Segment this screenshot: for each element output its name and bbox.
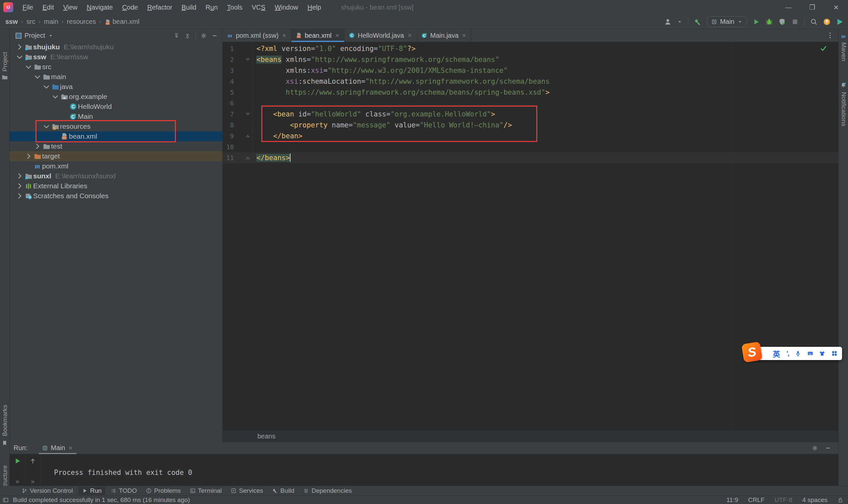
tree-item-java[interactable]: java (10, 82, 222, 92)
notifications-bell-icon[interactable] (841, 82, 846, 88)
menu-vcs[interactable]: VCS (247, 0, 270, 15)
minimize-button[interactable]: — (776, 0, 800, 15)
tool-button-problems[interactable]: Problems (142, 487, 184, 495)
tool-window-switcher-icon[interactable] (3, 497, 8, 503)
breadcrumb-item-ssw[interactable]: ssw (5, 18, 18, 25)
tree-item-sunxl[interactable]: sunxlE:\learn\sunxl\sunxl (10, 171, 222, 181)
editor-breadcrumb[interactable]: beans (223, 430, 838, 442)
tool-tab-maven[interactable]: Maven (839, 42, 848, 75)
keyboard-icon[interactable] (807, 350, 813, 356)
chevron-right-icon[interactable] (15, 182, 24, 190)
menu-help[interactable]: Help (303, 0, 326, 15)
tool-button-services[interactable]: Services (227, 487, 267, 495)
close-icon[interactable] (68, 446, 73, 451)
tool-button-run[interactable]: Run (79, 487, 105, 495)
tool-button-todo[interactable]: TODO (107, 487, 141, 495)
tree-item-test[interactable]: test (10, 141, 222, 151)
fold-down-icon[interactable] (234, 109, 253, 120)
fold-down-icon[interactable] (234, 54, 253, 65)
search-everywhere-icon[interactable] (810, 18, 817, 25)
tool-button-build[interactable]: Build (269, 487, 298, 495)
menu-view[interactable]: View (59, 0, 82, 15)
more-actions[interactable]: » (31, 478, 34, 485)
fold-up-icon[interactable] (234, 152, 253, 163)
line-separator[interactable]: CRLF (748, 497, 765, 504)
tool-button-dependencies[interactable]: Dependencies (300, 487, 355, 495)
tab-main-java[interactable]: CMain.java (417, 29, 472, 42)
breadcrumb-item-resources[interactable]: resources (67, 18, 96, 25)
project-view-select[interactable]: Project (16, 32, 53, 39)
close-icon[interactable] (334, 33, 340, 38)
breadcrumb-item-src[interactable]: src (27, 18, 35, 25)
tree-item-ssw[interactable]: sswE:\learn\ssw (10, 52, 222, 62)
run-button[interactable] (752, 18, 760, 25)
chevron-down-icon[interactable] (51, 92, 59, 101)
tool-button-terminal[interactable]: Terminal (187, 487, 226, 495)
tree-item-helloworld[interactable]: CHelloWorld (10, 102, 222, 111)
menu-window[interactable]: Window (270, 0, 303, 15)
tree-item-target[interactable]: target (10, 151, 222, 161)
breadcrumb-item-bean.xml[interactable]: <>bean.xml (105, 18, 139, 25)
close-button[interactable]: × (824, 0, 848, 15)
file-encoding[interactable]: UTF-8 (775, 497, 792, 504)
scroll-up-icon[interactable] (29, 457, 36, 465)
lock-icon[interactable] (837, 497, 843, 503)
profile-icon[interactable] (664, 18, 672, 25)
tree-item-scratches-and-consoles[interactable]: Scratches and Consoles (10, 191, 222, 201)
close-icon[interactable] (462, 33, 467, 38)
hide-panel-icon[interactable] (212, 33, 218, 39)
tool-button-version-control[interactable]: Version Control (18, 487, 76, 495)
collapse-all-icon[interactable] (185, 33, 190, 39)
menu-refactor[interactable]: Refactor (142, 0, 177, 15)
editor-options-icon[interactable] (827, 29, 838, 42)
fold-up-icon[interactable] (234, 130, 253, 141)
bookmark-icon[interactable] (2, 440, 7, 446)
chevron-down-icon[interactable] (42, 83, 51, 91)
tool-tab-bookmarks[interactable]: Bookmarks (0, 395, 10, 436)
tree-item-pom-xml[interactable]: mpom.xml (10, 161, 222, 171)
indent-size[interactable]: 4 spaces (802, 497, 828, 504)
skin-icon[interactable] (819, 350, 825, 356)
sogou-logo[interactable]: S (741, 342, 763, 363)
chevron-right-icon[interactable] (15, 172, 24, 180)
run-coverage-button[interactable] (778, 18, 786, 25)
profile-caret-icon[interactable] (677, 19, 682, 24)
chevron-down-icon[interactable] (42, 122, 51, 131)
project-tab-icon[interactable] (2, 74, 7, 80)
tree-item-external-libraries[interactable]: External Libraries (10, 181, 222, 191)
tab-helloworld-java[interactable]: CHelloWorld.java (345, 29, 417, 42)
chevron-down-icon[interactable] (24, 62, 33, 71)
debug-button[interactable] (765, 18, 773, 25)
breadcrumb-item-main[interactable]: main (44, 18, 58, 25)
code-editor[interactable]: 1<?xml version="1.0" encoding="UTF-8"?>2… (223, 42, 838, 430)
gear-icon[interactable] (812, 445, 818, 451)
tree-item-shujuku[interactable]: shujukuE:\learn\shujuku (10, 42, 222, 52)
menu-code[interactable]: Code (118, 0, 143, 15)
chevron-right-icon[interactable] (15, 192, 24, 200)
rerun-button[interactable] (14, 457, 21, 465)
ide-update-icon[interactable] (823, 18, 830, 25)
tree-item-main[interactable]: main (10, 72, 222, 82)
expand-all-icon[interactable] (174, 33, 179, 39)
chevron-right-icon[interactable] (33, 142, 42, 150)
chevron-down-icon[interactable] (15, 53, 24, 61)
tree-item-main[interactable]: CMain (10, 111, 222, 122)
run-configuration-select[interactable]: Main (707, 16, 747, 27)
chevron-right-icon[interactable] (24, 152, 33, 161)
menu-edit[interactable]: Edit (38, 0, 58, 15)
maximize-button[interactable]: ❐ (800, 0, 824, 15)
inspections-ok-icon[interactable] (820, 45, 827, 52)
tree-item-resources[interactable]: resources (10, 122, 222, 131)
toolbox-grid-icon[interactable] (831, 350, 837, 356)
ime-language-mode[interactable]: 英 (773, 348, 780, 359)
stop-button[interactable] (791, 18, 799, 25)
maven-icon[interactable]: m (841, 33, 846, 39)
tool-tab-notifications[interactable]: Notifications (839, 92, 848, 148)
menu-run[interactable]: Run (201, 0, 223, 15)
close-icon[interactable] (407, 33, 412, 38)
tool-tab-project[interactable]: Project (0, 32, 10, 71)
tree-item-bean-xml[interactable]: <>bean.xml (10, 131, 222, 141)
menu-build[interactable]: Build (177, 0, 201, 15)
run-tab-main[interactable]: Main (39, 442, 76, 454)
tab-pom-xml-ssw-[interactable]: mpom.xml (ssw) (223, 29, 292, 42)
